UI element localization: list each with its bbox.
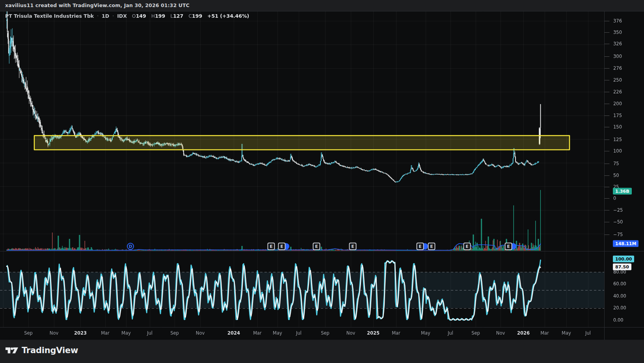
- price-tick-label: 226: [613, 89, 622, 95]
- chart-canvas[interactable]: [0, 0, 644, 363]
- symbol-title[interactable]: PT Trisula Textile Industries Tbk: [5, 13, 94, 19]
- open-label: O: [132, 13, 136, 19]
- time-tick-month: Nov: [196, 330, 205, 336]
- time-tick-month: Mar: [253, 330, 262, 336]
- scale-value-badge: 148.11M: [613, 240, 638, 247]
- price-tick-label: 300: [613, 54, 622, 59]
- earnings-marker[interactable]: E: [463, 243, 471, 250]
- attribution-text: xavilius11 created with TradingView.com,…: [5, 0, 190, 11]
- price-tick-label: 376: [613, 18, 622, 24]
- time-tick-month: Mar: [101, 330, 110, 336]
- price-tick-label: 175: [613, 113, 622, 118]
- earnings-marker[interactable]: E: [505, 243, 512, 250]
- time-tick-month: May: [121, 330, 131, 336]
- time-tick-month: Mar: [540, 330, 549, 336]
- time-tick-month: May: [562, 330, 571, 336]
- footer-bar: TradingView: [0, 340, 644, 363]
- time-tick-year: 2024: [227, 330, 240, 336]
- brand-wordmark: TradingView: [22, 346, 78, 355]
- scale-value-badge: 100.00: [613, 256, 634, 262]
- earnings-marker[interactable]: E: [278, 243, 286, 250]
- time-tick-month: Jul: [296, 330, 302, 336]
- time-tick-year: 2023: [74, 330, 87, 336]
- price-tick-label: 200: [613, 101, 622, 106]
- time-tick-year: 2025: [367, 330, 380, 336]
- attribution-bar: xavilius11 created with TradingView.com,…: [0, 0, 644, 11]
- separator-dot: ·: [112, 13, 114, 19]
- earnings-marker[interactable]: E: [428, 243, 436, 250]
- price-tick-label: 100: [613, 148, 622, 154]
- price-tick-label: 250: [613, 77, 622, 83]
- time-tick-month: Nov: [50, 330, 58, 336]
- indicator-tick-label: 20.00: [613, 305, 626, 311]
- time-tick-month: Mar: [392, 330, 400, 336]
- time-tick-month: Nov: [346, 330, 355, 336]
- price-tick-label: −25: [613, 207, 623, 213]
- earnings-marker[interactable]: E: [349, 243, 357, 250]
- symbol-legend: PT Trisula Textile Industries Tbk · 1D ·…: [5, 13, 249, 19]
- indicator-tick-label: 0.00: [613, 317, 624, 323]
- close-value: 199: [192, 13, 202, 19]
- time-tick-month: Sep: [24, 330, 33, 336]
- change-value: +51 (+34.46%): [207, 13, 249, 19]
- price-tick-label: 125: [613, 137, 622, 142]
- time-tick-month: Sep: [170, 330, 179, 336]
- price-tick-label: 50: [613, 173, 619, 178]
- scale-value-badge: 1.36B: [613, 188, 632, 195]
- indicator-tick-label: 40.00: [613, 293, 626, 299]
- open-value: 149: [136, 13, 146, 19]
- price-tick-label: 150: [613, 124, 622, 130]
- time-tick-month: Jul: [147, 330, 153, 336]
- close-label: C: [188, 13, 192, 19]
- price-tick-label: 75: [613, 161, 619, 166]
- exchange-label: IDX: [117, 13, 127, 19]
- time-tick-month: May: [273, 330, 282, 336]
- time-tick-year: 2026: [517, 330, 530, 336]
- earnings-marker[interactable]: E: [417, 243, 424, 250]
- low-value: 127: [173, 13, 183, 19]
- scale-value-badge: 87.50: [613, 264, 631, 270]
- high-label: H: [151, 13, 155, 19]
- time-tick-month: Jul: [585, 330, 591, 336]
- tradingview-snapshot: xavilius11 created with TradingView.com,…: [0, 0, 644, 363]
- earnings-marker[interactable]: E: [268, 243, 275, 250]
- time-tick-month: May: [421, 330, 430, 336]
- price-tick-label: 326: [613, 41, 622, 47]
- price-tick-label: 276: [613, 65, 622, 71]
- dividend-marker[interactable]: D: [127, 243, 134, 250]
- price-tick-label: −75: [613, 232, 623, 237]
- tradingview-logo-icon: [5, 346, 19, 355]
- high-value: 199: [155, 13, 165, 19]
- time-tick-month: Sep: [471, 330, 480, 336]
- time-tick-month: Nov: [496, 330, 505, 336]
- price-tick-label: −50: [613, 219, 623, 225]
- timeframe-label[interactable]: 1D: [102, 13, 109, 19]
- earnings-marker[interactable]: E: [313, 243, 320, 250]
- price-tick-label: 0: [613, 195, 616, 201]
- indicator-tick-label: 60.00: [613, 281, 626, 287]
- time-tick-month: Sep: [321, 330, 329, 336]
- tradingview-logo[interactable]: TradingView: [5, 346, 78, 355]
- separator-dot: ·: [97, 13, 99, 19]
- price-tick-label: 350: [613, 30, 622, 35]
- time-tick-month: Jul: [448, 330, 453, 336]
